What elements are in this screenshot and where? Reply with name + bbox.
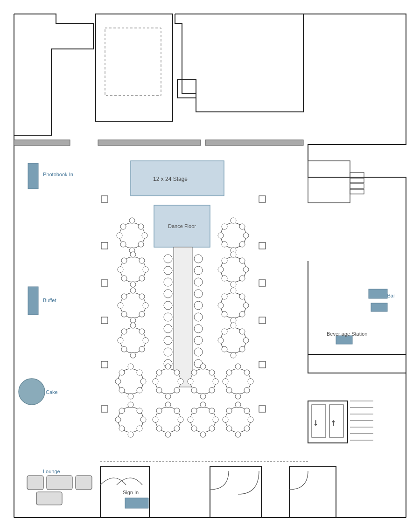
lounge-label: Lounge (43, 469, 60, 474)
cake-label: Cake (46, 389, 58, 395)
svg-point-96 (130, 318, 136, 323)
svg-rect-31 (101, 317, 108, 324)
svg-rect-19 (28, 163, 38, 189)
svg-point-113 (130, 323, 136, 328)
svg-point-89 (243, 267, 249, 272)
svg-text:↓: ↓ (314, 418, 318, 427)
svg-point-172 (137, 408, 142, 414)
svg-point-51 (194, 290, 203, 298)
svg-rect-9 (177, 79, 196, 98)
svg-point-135 (119, 370, 125, 375)
svg-point-174 (137, 426, 142, 431)
svg-line-14 (308, 161, 350, 203)
svg-rect-204 (76, 476, 92, 490)
svg-point-43 (164, 313, 172, 321)
svg-point-59 (129, 218, 135, 223)
svg-point-128 (222, 346, 227, 352)
svg-rect-36 (259, 406, 266, 412)
svg-point-122 (231, 323, 236, 328)
svg-rect-209 (289, 466, 336, 518)
svg-point-46 (164, 348, 172, 356)
bar-label: Bar (387, 293, 395, 298)
svg-point-104 (231, 288, 236, 293)
svg-point-84 (139, 276, 145, 281)
svg-rect-21 (369, 289, 387, 298)
svg-point-95 (130, 288, 136, 293)
svg-point-42 (164, 301, 172, 310)
svg-point-144 (156, 370, 162, 375)
svg-point-82 (139, 258, 145, 263)
svg-point-80 (143, 267, 148, 272)
svg-point-146 (156, 387, 162, 393)
svg-point-196 (223, 417, 228, 422)
svg-point-97 (118, 303, 123, 308)
svg-point-41 (164, 290, 172, 298)
svg-point-187 (188, 417, 193, 422)
svg-point-105 (231, 318, 236, 323)
svg-point-160 (223, 379, 228, 384)
svg-point-155 (191, 387, 197, 393)
svg-point-99 (121, 294, 127, 299)
svg-point-123 (231, 352, 236, 358)
svg-point-177 (165, 432, 171, 437)
svg-point-170 (140, 417, 146, 422)
svg-rect-5 (14, 140, 70, 145)
svg-point-45 (164, 336, 172, 345)
svg-rect-27 (101, 242, 108, 249)
svg-point-107 (243, 303, 249, 308)
svg-point-124 (218, 338, 224, 343)
svg-point-120 (139, 346, 145, 352)
svg-point-126 (222, 329, 227, 334)
svg-text:↑: ↑ (331, 418, 336, 427)
svg-point-55 (194, 336, 203, 345)
svg-rect-6 (98, 140, 201, 145)
svg-point-182 (156, 426, 162, 431)
svg-point-114 (130, 352, 136, 358)
svg-point-52 (194, 301, 203, 310)
svg-point-116 (143, 338, 148, 343)
svg-point-140 (165, 364, 171, 369)
svg-point-75 (239, 242, 245, 247)
svg-point-66 (138, 242, 144, 247)
svg-point-171 (119, 408, 125, 414)
svg-point-115 (118, 338, 123, 343)
svg-rect-26 (259, 196, 266, 202)
sign-in-label: Sign In (123, 490, 139, 495)
svg-point-118 (139, 329, 145, 334)
svg-point-71 (243, 233, 249, 238)
svg-point-44 (164, 325, 172, 333)
svg-rect-29 (101, 280, 108, 286)
svg-point-79 (118, 267, 123, 272)
svg-point-92 (222, 276, 227, 281)
svg-point-87 (231, 282, 236, 287)
svg-point-93 (239, 276, 245, 281)
svg-point-101 (121, 311, 127, 317)
svg-point-169 (115, 417, 121, 422)
svg-rect-34 (259, 361, 266, 368)
svg-point-77 (130, 252, 136, 257)
svg-point-152 (213, 379, 218, 384)
svg-rect-30 (259, 280, 266, 286)
svg-point-167 (128, 402, 133, 408)
svg-rect-8 (105, 28, 161, 96)
svg-point-70 (218, 233, 224, 238)
svg-point-186 (200, 432, 206, 437)
svg-point-134 (140, 379, 146, 384)
svg-point-102 (139, 311, 145, 317)
svg-rect-32 (259, 317, 266, 324)
svg-rect-28 (259, 242, 266, 249)
svg-point-78 (130, 282, 136, 287)
svg-rect-37 (174, 247, 192, 387)
svg-point-48 (194, 255, 203, 263)
svg-point-197 (248, 417, 253, 422)
svg-point-164 (226, 387, 232, 393)
svg-point-40 (164, 278, 172, 286)
svg-point-72 (222, 224, 227, 229)
svg-point-91 (239, 258, 245, 263)
beverage-label: Bever age Station (327, 331, 367, 337)
svg-point-90 (222, 258, 227, 263)
svg-point-192 (209, 426, 215, 431)
svg-point-159 (235, 394, 241, 399)
svg-point-24 (19, 379, 45, 405)
svg-point-68 (231, 218, 236, 223)
